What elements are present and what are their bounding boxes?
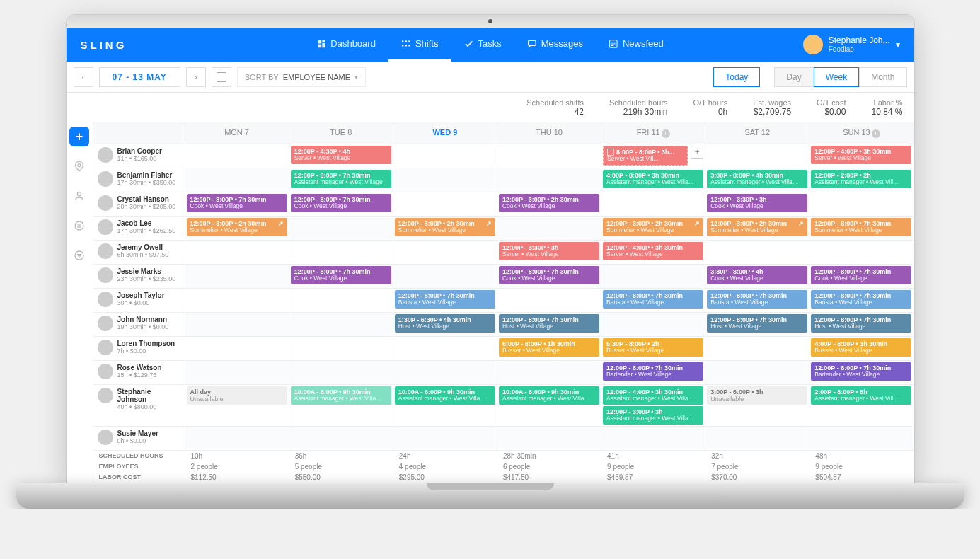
day-cell[interactable]: 12:00P - 8:00P • 7h 30minCook • West Vil…: [497, 265, 601, 288]
day-cell[interactable]: 12:00P - 4:00P • 3h 30minAssistant manag…: [601, 385, 705, 426]
day-cell[interactable]: 12:00P - 8:00P • 7h 30minCook • West Vil…: [289, 265, 393, 288]
day-cell[interactable]: [601, 265, 705, 288]
day-cell[interactable]: [705, 337, 809, 360]
shift-block[interactable]: 12:00P - 8:00P • 7h 30minBarista • West …: [707, 290, 807, 309]
day-cell[interactable]: [289, 241, 393, 264]
people-icon[interactable]: [69, 186, 89, 206]
day-cell[interactable]: 10:00A - 8:00P • 9h 30minAssistant manag…: [497, 385, 601, 426]
employee-cell[interactable]: Jeremy Owell6h 30min • $97.50: [93, 241, 185, 264]
list-icon[interactable]: [69, 216, 89, 236]
day-cell[interactable]: [809, 192, 913, 216]
day-cell[interactable]: 5:30P - 8:00P • 2hBusser • West Village: [601, 337, 705, 360]
day-cell[interactable]: 8:00P - 8:00P • 3h...Server • West Vill.…: [601, 144, 705, 168]
day-cell[interactable]: 12:00P - 8:00P • 7h 30minBarista • West …: [705, 289, 809, 312]
shift-block[interactable]: 12:00P - 8:00P • 7h 30minCook • West Vil…: [187, 194, 287, 212]
day-cell[interactable]: [705, 361, 809, 384]
day-cell[interactable]: 1:30P - 6:30P • 4h 30minHost • West Vill…: [393, 313, 497, 336]
day-cell[interactable]: 2:00P - 8:00P • 5hAssistant manager • We…: [809, 385, 913, 426]
day-cell[interactable]: [705, 241, 809, 264]
day-cell[interactable]: [289, 313, 393, 336]
shift-block[interactable]: 12:00P - 8:00P • 7h 30minBarista • West …: [395, 290, 495, 309]
employee-cell[interactable]: Joseph Taylor30h • $0.00: [93, 289, 185, 312]
shift-block[interactable]: 3:00P - 8:00P • 4h 30minAssistant manage…: [707, 170, 807, 188]
employee-cell[interactable]: Loren Thompson7h • $0.00: [93, 337, 185, 360]
day-cell[interactable]: [185, 427, 289, 450]
day-cell[interactable]: [497, 361, 601, 384]
location-icon[interactable]: [69, 156, 89, 176]
shift-block[interactable]: 12:00P - 3:00P • 2h 30min ↗Sommelier • W…: [187, 218, 287, 236]
shift-block[interactable]: 12:00P - 8:00P • 7h 30minBartender • Wes…: [603, 362, 703, 381]
employee-cell[interactable]: Jessie Marks23h 30min • $235.00: [93, 265, 185, 288]
day-cell[interactable]: 12:00P - 3:00P • 2h 30min ↗Sommelier • W…: [705, 217, 809, 240]
next-week-button[interactable]: ›: [186, 67, 206, 87]
day-cell[interactable]: [705, 144, 809, 168]
today-button[interactable]: Today: [713, 67, 760, 87]
shift-block[interactable]: 12:00P - 4:00P • 3h 30minServer • West V…: [811, 146, 911, 164]
day-cell[interactable]: 6:00P - 8:00P • 1h 30minBusser • West Vi…: [497, 337, 601, 360]
shift-block[interactable]: 12:00P - 3:00P • 2h 30min ↗Sommelier • W…: [707, 218, 807, 236]
day-cell[interactable]: [393, 144, 497, 168]
nav-tasks[interactable]: Tasks: [451, 28, 514, 62]
add-shift-button[interactable]: +: [691, 146, 703, 159]
shift-block[interactable]: 12:00P - 4:00P • 3h 30minServer • West V…: [603, 242, 703, 260]
shift-block[interactable]: 4:00P - 8:00P • 3h 30minBusser • West Vi…: [811, 338, 911, 357]
shift-block[interactable]: 12:00P - 8:00P • 7h 30minCook • West Vil…: [291, 266, 391, 284]
day-cell[interactable]: 10:00A - 8:00P • 9h 30minAssistant manag…: [393, 385, 497, 426]
shift-block[interactable]: 12:00P - 8:00P • 7h 30minSommelier • Wes…: [811, 218, 911, 236]
day-cell[interactable]: 4:00P - 8:00P • 3h 30minBusser • West Vi…: [809, 337, 913, 360]
day-cell[interactable]: [185, 144, 289, 168]
day-cell[interactable]: 3:00P - 6:00P • 3hUnavailable: [705, 385, 809, 426]
add-button[interactable]: +: [69, 127, 89, 146]
shift-block[interactable]: 12:00P - 4:30P • 4hServer • West Village: [291, 146, 391, 164]
day-cell[interactable]: [393, 427, 497, 450]
day-cell[interactable]: [185, 289, 289, 312]
day-cell[interactable]: [185, 337, 289, 360]
day-cell[interactable]: 12:00P - 8:00P • 7h 30minCook • West Vil…: [185, 192, 289, 216]
employee-cell[interactable]: Jacob Lee17h 30min • $262.50: [93, 217, 185, 240]
employee-cell[interactable]: John Normann19h 30min • $0.00: [93, 313, 185, 336]
employee-cell[interactable]: Stephanie Johnson40h • $800.00: [93, 385, 185, 426]
employee-cell[interactable]: Rose Watson15h • $129.75: [93, 361, 185, 384]
day-cell[interactable]: 12:00P - 8:00P • 7h 30minBarista • West …: [393, 289, 497, 312]
info-icon[interactable]: i: [872, 129, 880, 138]
shift-block[interactable]: 12:00P - 3:00P • 2h 30min ↗Sommelier • W…: [395, 218, 495, 236]
shift-block[interactable]: 12:00P - 8:00P • 7h 30minBartender • Wes…: [811, 362, 911, 381]
day-cell[interactable]: [497, 168, 601, 192]
shift-block[interactable]: 12:00P - 3:00P • 3hAssistant manager • W…: [603, 406, 703, 425]
day-cell[interactable]: 12:00P - 8:00P • 7h 30minHost • West Vil…: [497, 313, 601, 336]
day-cell[interactable]: 4:00P - 8:00P • 3h 30minAssistant manage…: [601, 168, 705, 192]
shift-block[interactable]: 12:00P - 3:30P • 3hServer • West Village: [499, 242, 599, 260]
shift-block[interactable]: 2:00P - 8:00P • 5hAssistant manager • We…: [811, 386, 911, 405]
day-cell[interactable]: [497, 427, 601, 450]
nav-dashboard[interactable]: Dashboard: [304, 28, 388, 62]
shift-block[interactable]: 12:00P - 8:00P • 7h 30minHost • West Vil…: [811, 314, 911, 333]
day-cell[interactable]: [705, 427, 809, 450]
shift-block[interactable]: 4:00P - 8:00P • 3h 30minAssistant manage…: [603, 170, 703, 188]
day-cell[interactable]: [809, 427, 913, 450]
view-week-button[interactable]: Week: [814, 67, 859, 87]
shift-block[interactable]: 10:00A - 8:00P • 9h 30minAssistant manag…: [395, 386, 495, 405]
shift-block[interactable]: 12:00P - 8:00P • 7h 30minBarista • West …: [811, 290, 911, 309]
day-cell[interactable]: [289, 361, 393, 384]
shift-block[interactable]: 12:00P - 3:00P • 2h 30min ↗Sommelier • W…: [603, 218, 703, 236]
day-cell[interactable]: [601, 427, 705, 450]
day-cell[interactable]: 12:00P - 3:00P • 2h 30min ↗Sommelier • W…: [601, 217, 705, 240]
day-cell[interactable]: 12:00P - 2:00P • 2hAssistant manager • W…: [809, 168, 913, 192]
day-cell[interactable]: 12:00P - 4:30P • 4hServer • West Village: [289, 144, 393, 168]
shift-block[interactable]: 12:00P - 3:30P • 3hCook • West Village: [707, 194, 807, 212]
view-day-button[interactable]: Day: [774, 67, 813, 87]
day-cell[interactable]: [185, 241, 289, 264]
day-cell[interactable]: [289, 427, 393, 450]
day-cell[interactable]: All dayUnavailable: [185, 385, 289, 426]
shift-block[interactable]: 12:00P - 4:00P • 3h 30minAssistant manag…: [603, 386, 703, 405]
day-cell[interactable]: [289, 337, 393, 360]
day-cell[interactable]: 10:00A - 8:00P • 9h 30minAssistant manag…: [289, 385, 393, 426]
day-cell[interactable]: 12:00P - 8:00P • 7h 30minAssistant manag…: [289, 168, 393, 192]
day-cell[interactable]: 12:00P - 8:00P • 7h 30minBarista • West …: [809, 289, 913, 312]
day-cell[interactable]: 12:00P - 8:00P • 7h 30minBarista • West …: [601, 289, 705, 312]
employee-cell[interactable]: Benjamin Fisher17h 30min • $350.00: [93, 168, 185, 192]
nav-newsfeed[interactable]: Newsfeed: [596, 28, 676, 62]
shift-block[interactable]: 1:30P - 6:30P • 4h 30minHost • West Vill…: [395, 314, 495, 333]
shift-block[interactable]: 6:00P - 8:00P • 1h 30minBusser • West Vi…: [499, 338, 599, 357]
day-cell[interactable]: 12:00P - 3:30P • 3hCook • West Village: [705, 192, 809, 216]
